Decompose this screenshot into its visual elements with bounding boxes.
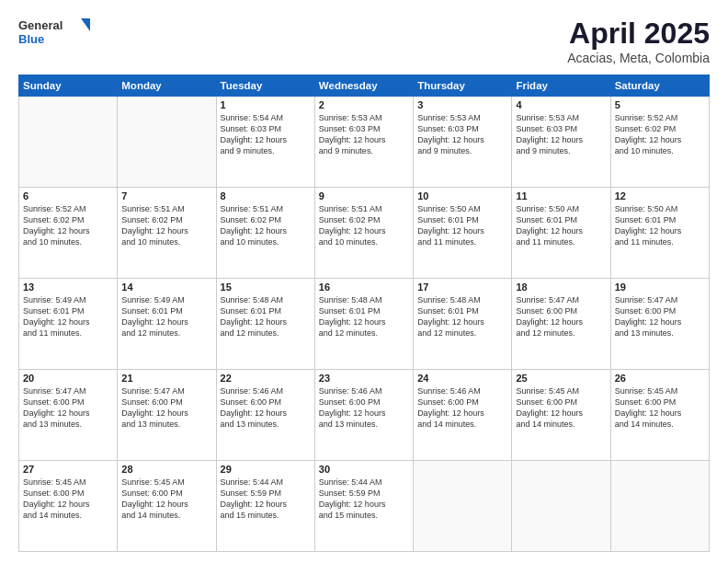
day-cell-w5-d7 [610, 461, 709, 552]
day-info: Sunrise: 5:53 AMSunset: 6:03 PMDaylight:… [516, 113, 583, 155]
svg-text:General: General [18, 18, 63, 32]
day-info: Sunrise: 5:45 AMSunset: 6:00 PMDaylight:… [516, 386, 583, 429]
day-cell-w4-d6: 25Sunrise: 5:45 AMSunset: 6:00 PMDayligh… [512, 370, 610, 461]
day-number: 2 [319, 99, 409, 110]
day-cell-w1-d1 [19, 97, 118, 188]
day-info: Sunrise: 5:50 AMSunset: 6:01 PMDaylight:… [417, 204, 484, 247]
day-cell-w5-d3: 29Sunrise: 5:44 AMSunset: 5:59 PMDayligh… [216, 461, 314, 552]
day-number: 28 [121, 464, 211, 475]
day-info: Sunrise: 5:49 AMSunset: 6:01 PMDaylight:… [23, 295, 90, 338]
day-cell-w1-d2 [118, 97, 216, 188]
day-number: 29 [221, 464, 311, 475]
day-number: 20 [23, 373, 113, 384]
day-cell-w3-d3: 15Sunrise: 5:48 AMSunset: 6:01 PMDayligh… [216, 279, 314, 370]
day-cell-w3-d6: 18Sunrise: 5:47 AMSunset: 6:00 PMDayligh… [512, 279, 610, 370]
logo-svg: General Blue [18, 17, 101, 52]
day-info: Sunrise: 5:45 AMSunset: 6:00 PMDaylight:… [615, 386, 682, 429]
day-info: Sunrise: 5:51 AMSunset: 6:02 PMDaylight:… [121, 204, 188, 247]
day-info: Sunrise: 5:53 AMSunset: 6:03 PMDaylight:… [319, 113, 386, 155]
day-info: Sunrise: 5:52 AMSunset: 6:02 PMDaylight:… [23, 204, 90, 247]
day-info: Sunrise: 5:51 AMSunset: 6:02 PMDaylight:… [221, 204, 288, 247]
day-number: 30 [319, 464, 409, 475]
day-cell-w2-d2: 7Sunrise: 5:51 AMSunset: 6:02 PMDaylight… [118, 188, 216, 279]
day-number: 15 [221, 282, 311, 293]
day-cell-w3-d7: 19Sunrise: 5:47 AMSunset: 6:00 PMDayligh… [610, 279, 709, 370]
day-cell-w2-d6: 11Sunrise: 5:50 AMSunset: 6:01 PMDayligh… [512, 188, 610, 279]
day-info: Sunrise: 5:54 AMSunset: 6:03 PMDaylight:… [221, 113, 288, 155]
col-friday: Friday [512, 75, 610, 97]
day-number: 17 [417, 282, 507, 293]
col-wednesday: Wednesday [314, 75, 413, 97]
day-cell-w5-d1: 27Sunrise: 5:45 AMSunset: 6:00 PMDayligh… [19, 461, 118, 552]
day-cell-w3-d1: 13Sunrise: 5:49 AMSunset: 6:01 PMDayligh… [19, 279, 118, 370]
day-info: Sunrise: 5:47 AMSunset: 6:00 PMDaylight:… [121, 386, 188, 429]
day-cell-w5-d2: 28Sunrise: 5:45 AMSunset: 6:00 PMDayligh… [118, 461, 216, 552]
day-number: 25 [516, 373, 606, 384]
day-number: 18 [516, 282, 606, 293]
page: General Blue April 2025 Acacias, Meta, C… [0, 0, 728, 563]
day-info: Sunrise: 5:46 AMSunset: 6:00 PMDaylight:… [221, 386, 288, 429]
day-cell-w4-d3: 22Sunrise: 5:46 AMSunset: 6:00 PMDayligh… [216, 370, 314, 461]
day-info: Sunrise: 5:47 AMSunset: 6:00 PMDaylight:… [516, 295, 583, 338]
week-row-3: 13Sunrise: 5:49 AMSunset: 6:01 PMDayligh… [19, 279, 710, 370]
week-row-2: 6Sunrise: 5:52 AMSunset: 6:02 PMDaylight… [19, 188, 710, 279]
day-info: Sunrise: 5:45 AMSunset: 6:00 PMDaylight:… [121, 477, 188, 520]
day-cell-w4-d1: 20Sunrise: 5:47 AMSunset: 6:00 PMDayligh… [19, 370, 118, 461]
day-info: Sunrise: 5:52 AMSunset: 6:02 PMDaylight:… [615, 113, 682, 155]
day-number: 6 [23, 190, 113, 201]
day-cell-w5-d6 [512, 461, 610, 552]
day-info: Sunrise: 5:49 AMSunset: 6:01 PMDaylight:… [121, 295, 188, 338]
week-row-5: 27Sunrise: 5:45 AMSunset: 6:00 PMDayligh… [19, 461, 710, 552]
day-cell-w3-d2: 14Sunrise: 5:49 AMSunset: 6:01 PMDayligh… [118, 279, 216, 370]
col-tuesday: Tuesday [216, 75, 314, 97]
day-number: 8 [221, 190, 311, 201]
day-cell-w5-d5 [414, 461, 512, 552]
day-info: Sunrise: 5:50 AMSunset: 6:01 PMDaylight:… [615, 204, 682, 247]
day-cell-w4-d2: 21Sunrise: 5:47 AMSunset: 6:00 PMDayligh… [118, 370, 216, 461]
day-info: Sunrise: 5:53 AMSunset: 6:03 PMDaylight:… [417, 113, 484, 155]
day-cell-w4-d5: 24Sunrise: 5:46 AMSunset: 6:00 PMDayligh… [414, 370, 512, 461]
day-number: 14 [121, 282, 211, 293]
day-cell-w2-d4: 9Sunrise: 5:51 AMSunset: 6:02 PMDaylight… [314, 188, 413, 279]
day-cell-w2-d1: 6Sunrise: 5:52 AMSunset: 6:02 PMDaylight… [19, 188, 118, 279]
day-number: 9 [319, 190, 409, 201]
week-row-1: 1Sunrise: 5:54 AMSunset: 6:03 PMDaylight… [19, 97, 710, 188]
day-number: 4 [516, 99, 606, 110]
day-number: 21 [121, 373, 211, 384]
day-number: 11 [516, 190, 606, 201]
day-number: 27 [23, 464, 113, 475]
day-cell-w2-d7: 12Sunrise: 5:50 AMSunset: 6:01 PMDayligh… [610, 188, 709, 279]
day-info: Sunrise: 5:51 AMSunset: 6:02 PMDaylight:… [319, 204, 386, 247]
day-number: 26 [615, 373, 705, 384]
day-cell-w3-d5: 17Sunrise: 5:48 AMSunset: 6:01 PMDayligh… [414, 279, 512, 370]
day-info: Sunrise: 5:48 AMSunset: 6:01 PMDaylight:… [417, 295, 484, 338]
day-info: Sunrise: 5:47 AMSunset: 6:00 PMDaylight:… [23, 386, 90, 429]
day-info: Sunrise: 5:48 AMSunset: 6:01 PMDaylight:… [319, 295, 386, 338]
location-subtitle: Acacias, Meta, Colombia [567, 51, 710, 65]
svg-text:Blue: Blue [18, 32, 44, 46]
day-info: Sunrise: 5:47 AMSunset: 6:00 PMDaylight:… [615, 295, 682, 338]
week-row-4: 20Sunrise: 5:47 AMSunset: 6:00 PMDayligh… [19, 370, 710, 461]
day-cell-w5-d4: 30Sunrise: 5:44 AMSunset: 5:59 PMDayligh… [314, 461, 413, 552]
day-cell-w1-d6: 4Sunrise: 5:53 AMSunset: 6:03 PMDaylight… [512, 97, 610, 188]
day-info: Sunrise: 5:50 AMSunset: 6:01 PMDaylight:… [516, 204, 583, 247]
calendar-header-row: Sunday Monday Tuesday Wednesday Thursday… [19, 75, 710, 97]
day-number: 7 [121, 190, 211, 201]
day-info: Sunrise: 5:44 AMSunset: 5:59 PMDaylight:… [221, 477, 288, 520]
day-cell-w1-d5: 3Sunrise: 5:53 AMSunset: 6:03 PMDaylight… [414, 97, 512, 188]
title-block: April 2025 Acacias, Meta, Colombia [567, 17, 710, 65]
day-info: Sunrise: 5:46 AMSunset: 6:00 PMDaylight:… [319, 386, 386, 429]
day-number: 3 [417, 99, 507, 110]
month-year-title: April 2025 [567, 17, 710, 51]
day-cell-w4-d7: 26Sunrise: 5:45 AMSunset: 6:00 PMDayligh… [610, 370, 709, 461]
day-number: 13 [23, 282, 113, 293]
day-info: Sunrise: 5:44 AMSunset: 5:59 PMDaylight:… [319, 477, 386, 520]
day-cell-w2-d3: 8Sunrise: 5:51 AMSunset: 6:02 PMDaylight… [216, 188, 314, 279]
svg-marker-2 [81, 18, 90, 31]
calendar-table: Sunday Monday Tuesday Wednesday Thursday… [18, 75, 710, 552]
day-number: 12 [615, 190, 705, 201]
day-cell-w2-d5: 10Sunrise: 5:50 AMSunset: 6:01 PMDayligh… [414, 188, 512, 279]
day-number: 10 [417, 190, 507, 201]
day-number: 1 [221, 99, 311, 110]
day-info: Sunrise: 5:48 AMSunset: 6:01 PMDaylight:… [221, 295, 288, 338]
